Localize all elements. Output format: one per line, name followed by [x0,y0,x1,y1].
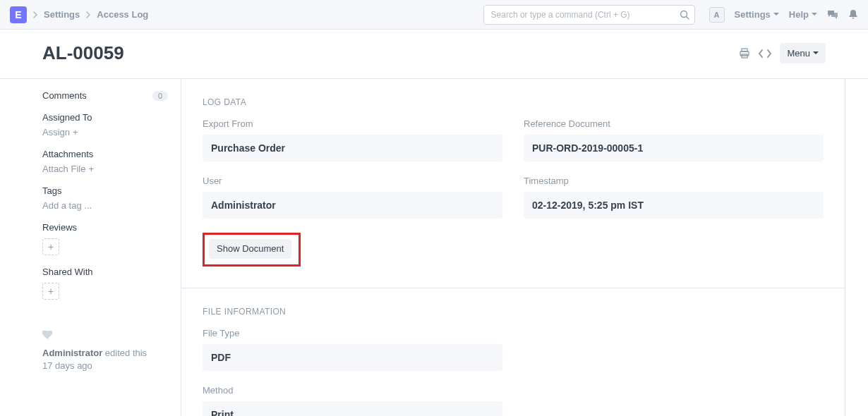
navbar: E Settings Access Log A Settings Help [0,0,868,30]
export-from-value: Purchase Order [203,135,502,161]
sidebar-assigned-to: Assigned To Assign + [42,112,168,137]
chevron-right-icon [85,11,91,18]
layout: Comments 0 Assigned To Assign + Attachme… [0,79,868,416]
breadcrumb-settings[interactable]: Settings [44,9,80,20]
search-icon [680,10,689,20]
page-actions: Menu [739,43,826,63]
timestamp-label: Timestamp [524,176,824,186]
field-timestamp: Timestamp 02-12-2019, 5:25 pm IST [524,176,824,219]
method-value: Print [203,401,502,416]
logo[interactable]: E [10,6,27,23]
section-title-log-data: Log Data [203,97,824,107]
reference-document-value: PUR-ORD-2019-00005-1 [524,135,824,161]
edit-when: 17 days ago [42,360,92,371]
comments-count: 0 [152,91,168,101]
edit-info: Administrator edited this 17 days ago [42,347,168,372]
sidebar-comments: Comments 0 [42,90,168,101]
main-area: Log Data Export From Purchase Order Refe… [181,79,845,416]
tags-label: Tags [42,185,168,196]
attachments-label: Attachments [42,149,168,159]
attach-file-button[interactable]: Attach File + [42,164,94,174]
menu-button[interactable]: Menu [780,43,826,63]
add-review-button[interactable]: + [42,238,59,255]
user-value: Administrator [203,192,502,219]
help-label: Help [789,9,809,20]
navbar-right: A Settings Help [709,7,858,23]
prev-icon[interactable] [757,49,764,59]
assigned-to-label: Assigned To [42,112,168,123]
search-input[interactable] [483,5,695,25]
print-icon[interactable] [739,48,750,59]
reference-document-label: Reference Document [524,118,824,129]
file-type-label: File Type [203,328,502,338]
next-icon[interactable] [766,49,773,59]
reviews-label: Reviews [42,222,168,233]
bell-icon[interactable] [848,9,858,20]
edit-user: Administrator [42,348,102,358]
show-document-button[interactable]: Show Document [209,239,291,259]
caret-down-icon [813,51,819,55]
avatar[interactable]: A [709,7,725,23]
sidebar-tags: Tags Add a tag ... [42,185,168,211]
help-dropdown[interactable]: Help [789,9,817,20]
field-method: Method Print [203,385,502,416]
settings-dropdown[interactable]: Settings [735,9,779,20]
breadcrumb-access-log[interactable]: Access Log [97,9,148,20]
field-reference-document: Reference Document PUR-ORD-2019-00005-1 [524,118,824,161]
menu-button-label: Menu [787,48,810,59]
add-share-button[interactable]: + [42,283,59,300]
export-from-label: Export From [203,118,502,129]
page-head: AL-00059 Menu [0,30,868,79]
attach-file-text: Attach File [42,164,85,174]
caret-down-icon [812,13,817,16]
navbar-left: E Settings Access Log [10,6,483,23]
sidebar: Comments 0 Assigned To Assign + Attachme… [42,79,181,416]
settings-label: Settings [735,9,771,20]
sidebar-shared-with: Shared With + [42,267,168,300]
heart-icon[interactable] [42,331,168,340]
logo-letter: E [15,9,21,20]
timestamp-value: 02-12-2019, 5:25 pm IST [524,192,824,219]
method-label: Method [203,385,502,396]
assign-text: Assign [42,127,70,137]
plus-icon: + [88,164,94,174]
sidebar-attachments: Attachments Attach File + [42,149,168,174]
comments-label[interactable]: Comments [42,90,87,101]
edit-suffix: edited this [102,348,147,358]
assign-button[interactable]: Assign + [42,127,78,137]
avatar-letter: A [714,11,720,19]
section-file-information: File Information File Type PDF Method Pr… [181,288,845,416]
field-export-from: Export From Purchase Order [203,118,502,161]
caret-down-icon [773,13,779,16]
shared-with-label: Shared With [42,267,168,277]
section-title-file-info: File Information [203,307,824,317]
field-file-type: File Type PDF [203,328,502,371]
chat-icon[interactable] [827,10,838,20]
show-document-wrapper: Show Document [203,233,824,267]
sidebar-reviews: Reviews + [42,222,168,255]
file-type-value: PDF [203,344,502,371]
plus-icon: + [73,127,78,137]
svg-line-1 [686,16,689,19]
chevron-right-icon [32,11,38,18]
section-log-data: Log Data Export From Purchase Order Refe… [181,79,845,288]
search-wrapper [483,5,695,25]
add-tag-button[interactable]: Add a tag ... [42,200,92,211]
highlight-annotation: Show Document [203,233,301,267]
page-title: AL-00059 [42,42,124,64]
field-user: User Administrator [203,176,502,219]
pager [757,49,773,59]
user-label: User [203,176,502,186]
